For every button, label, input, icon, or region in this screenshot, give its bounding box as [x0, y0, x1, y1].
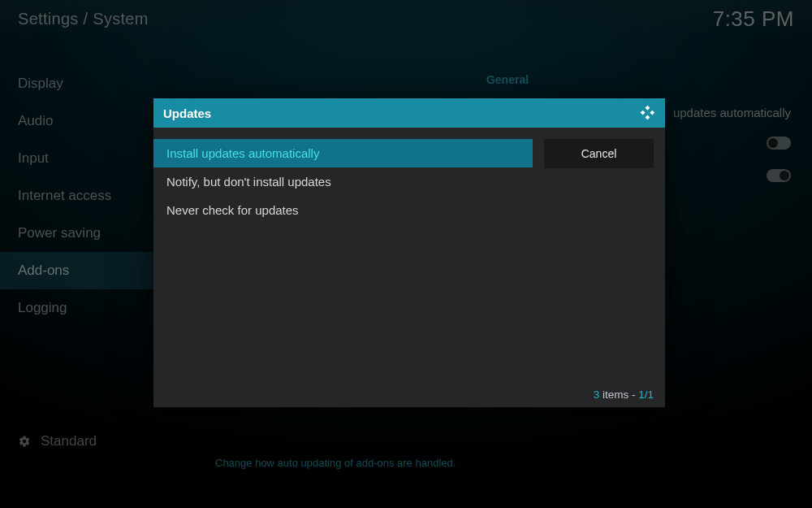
option-list: Install updates automatically Notify, bu… — [153, 128, 533, 407]
dialog-button-column: Cancel — [533, 128, 665, 407]
dialog-body: Install updates automatically Notify, bu… — [153, 128, 665, 407]
svg-rect-2 — [650, 111, 654, 115]
option-install-auto[interactable]: Install updates automatically — [153, 139, 533, 167]
option-label: Never check for updates — [166, 203, 299, 217]
option-notify-only[interactable]: Notify, but don't install updates — [153, 167, 533, 196]
dialog-title-text: Updates — [163, 106, 211, 120]
footer-items-word: items - — [599, 389, 638, 401]
button-label: Cancel — [581, 147, 617, 160]
option-label: Notify, but don't install updates — [166, 175, 331, 189]
svg-rect-0 — [645, 106, 650, 111]
dialog-titlebar: Updates — [153, 98, 665, 128]
option-label: Install updates automatically — [166, 146, 319, 160]
svg-rect-3 — [645, 115, 650, 119]
kodi-logo-icon — [639, 105, 655, 121]
dialog-footer: 3 items - 1/1 — [594, 389, 654, 401]
updates-dialog: Updates Install updates automatically No… — [153, 98, 665, 407]
svg-rect-1 — [641, 111, 646, 115]
cancel-button[interactable]: Cancel — [544, 139, 654, 168]
footer-page: 1/1 — [638, 389, 654, 401]
option-never-check[interactable]: Never check for updates — [153, 196, 533, 224]
